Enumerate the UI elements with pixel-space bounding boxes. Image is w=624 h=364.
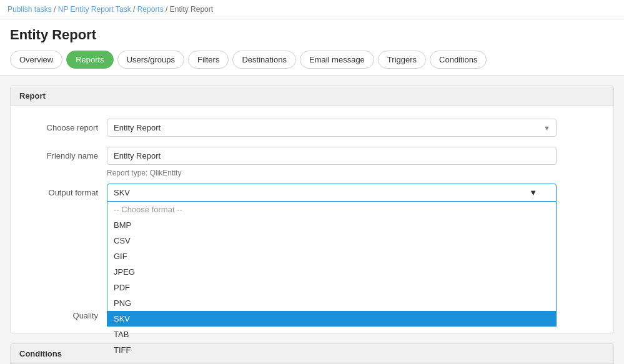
tab-destinations[interactable]: Destinations xyxy=(232,51,296,69)
report-section: Report Choose report Entity Report ▼ Fri… xyxy=(10,86,614,333)
format-option-bmp[interactable]: BMP xyxy=(107,217,556,233)
page-header: Entity Report Overview Reports Users/gro… xyxy=(0,19,624,76)
tab-conditions[interactable]: Conditions xyxy=(430,51,487,69)
format-option-csv[interactable]: CSV xyxy=(107,233,556,248)
choose-report-select[interactable]: Entity Report xyxy=(107,119,557,137)
format-option-placeholder[interactable]: -- Choose format -- xyxy=(107,202,556,217)
breadcrumb-reports[interactable]: Reports xyxy=(137,5,164,14)
output-format-value: SKV xyxy=(114,188,130,197)
tab-users-groups[interactable]: Users/groups xyxy=(117,51,184,69)
tab-triggers[interactable]: Triggers xyxy=(378,51,426,69)
output-format-arrow-icon: ▼ xyxy=(529,188,537,197)
tab-overview[interactable]: Overview xyxy=(10,51,62,69)
format-option-tiff[interactable]: TIFF xyxy=(107,342,556,358)
choose-report-row: Choose report Entity Report ▼ xyxy=(19,119,605,137)
format-option-gif[interactable]: GIF xyxy=(107,248,556,264)
friendly-name-input[interactable] xyxy=(107,147,557,165)
report-section-body: Choose report Entity Report ▼ Friendly n… xyxy=(11,106,613,333)
tab-bar: Overview Reports Users/groups Filters De… xyxy=(10,51,614,75)
output-format-label: Output format xyxy=(19,184,107,197)
breadcrumb-current: Entity Report xyxy=(170,5,213,14)
output-format-dropdown: -- Choose format -- BMP CSV GIF JPEG PDF… xyxy=(107,202,557,327)
output-format-row: Output format SKV ▼ -- Choose format -- … xyxy=(19,184,605,202)
format-option-skv[interactable]: SKV xyxy=(107,311,556,327)
tab-email-message[interactable]: Email message xyxy=(300,51,374,69)
report-type-info: Report type: QlikEntity xyxy=(107,169,605,177)
breadcrumb-publish-tasks[interactable]: Publish tasks xyxy=(7,5,52,14)
breadcrumb: Publish tasks / NP Entity Report Task / … xyxy=(0,0,624,19)
breadcrumb-entity-report-task[interactable]: NP Entity Report Task xyxy=(58,5,131,14)
tab-filters[interactable]: Filters xyxy=(188,51,229,69)
main-content: Report Choose report Entity Report ▼ Fri… xyxy=(0,76,624,364)
friendly-name-row: Friendly name xyxy=(19,147,605,165)
choose-report-select-wrapper: Entity Report ▼ xyxy=(107,119,557,137)
format-option-jpeg[interactable]: JPEG xyxy=(107,264,556,280)
format-option-tab[interactable]: TAB xyxy=(107,327,556,342)
output-format-display[interactable]: SKV ▼ xyxy=(107,184,557,202)
page-title: Entity Report xyxy=(10,27,614,43)
output-format-wrapper: SKV ▼ -- Choose format -- BMP CSV GIF JP… xyxy=(107,184,557,202)
quality-label: Quality xyxy=(19,311,107,320)
report-section-title: Report xyxy=(11,86,613,106)
friendly-name-label: Friendly name xyxy=(19,151,107,160)
choose-report-label: Choose report xyxy=(19,123,107,132)
tab-reports[interactable]: Reports xyxy=(66,51,114,69)
format-option-png[interactable]: PNG xyxy=(107,295,556,311)
format-option-pdf[interactable]: PDF xyxy=(107,280,556,295)
